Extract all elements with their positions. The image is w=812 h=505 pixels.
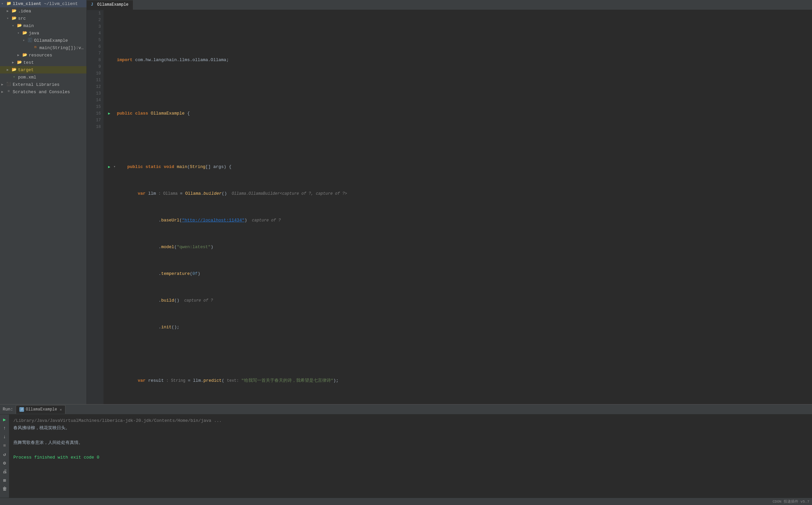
arrow-scratches: ▶ <box>1 90 5 94</box>
code-line-12: . init (); <box>106 324 812 331</box>
arrow-idea: ▶ <box>7 9 11 13</box>
run-stop-button[interactable]: ■ <box>1 442 8 449</box>
run-delete-button[interactable]: 🗑 <box>1 485 8 493</box>
run-toolbar: ▶ ↑ ↓ ■ ↺ ⚙ 🖨 ⊞ 🗑 <box>0 414 9 498</box>
tree-item-test[interactable]: ▶ 📂 test <box>0 59 86 66</box>
code-line-9: . model ( "qwen:latest" ) <box>106 244 812 250</box>
code-builder-7: builder <box>203 190 222 197</box>
arrow-OllamaExample: ▾ <box>23 38 27 42</box>
code-editor[interactable]: import com.hw.langchain.llms.ollama.Olla… <box>104 10 812 404</box>
status-text: CDON 投递插件 v5.7 <box>773 499 809 504</box>
line-num-11: 11 <box>87 77 101 83</box>
code-var-14: var <box>138 377 145 384</box>
icon-ext-libraries: ⬛ <box>6 82 11 87</box>
tree-item-main[interactable]: ▾ 📂 main <box>0 22 86 29</box>
code-predict: predict <box>203 377 222 384</box>
fold-gutter-6[interactable]: ▾ <box>112 164 117 170</box>
icon-folder-idea: 📂 <box>11 8 17 14</box>
run-rerun-button[interactable]: ↺ <box>1 451 8 458</box>
line-num-8: 8 <box>87 57 101 63</box>
code-import: import <box>117 57 133 63</box>
tree-item-main-method[interactable]: m main(String[]):void <box>0 44 86 51</box>
code-build-hint: capture of ? <box>179 297 213 304</box>
tree-item-target[interactable]: ▶ 📂 target <box>0 66 86 73</box>
icon-scratches: ≡ <box>6 89 11 95</box>
tree-item-java[interactable]: ▾ 📂 java <box>0 29 86 37</box>
icon-folder-resources: 📂 <box>22 52 27 58</box>
code-line-5 <box>106 137 812 144</box>
code-temperature: temperature <box>161 271 190 277</box>
arrow-java: ▾ <box>17 31 21 35</box>
run-output-path: /Library/Java/JavaVirtualMachines/liberi… <box>13 417 808 425</box>
code-line-2: import com.hw.langchain.llms.ollama.Olla… <box>106 57 812 63</box>
arrow-target: ▶ <box>7 68 11 72</box>
icon-folder-src: 📂 <box>11 16 17 21</box>
run-tab-OllamaExample[interactable]: J OllamaExample ✕ <box>16 405 65 414</box>
code-temp-val: 0f <box>192 271 198 277</box>
run-gutter-6[interactable]: ▶ <box>106 164 112 170</box>
tree-item-scratches[interactable]: ▶ ≡ Scratches and Consoles <box>0 88 86 96</box>
code-line-10: . temperature ( 0f ) <box>106 271 812 277</box>
code-text-param: text: <box>227 377 241 384</box>
code-sp-4a <box>133 110 135 117</box>
code-line-4: ▶ public class OllamaExample { <box>106 110 812 117</box>
code-public-6: public <box>127 164 143 170</box>
tree-item-pom[interactable]: ✦ pom.xml <box>0 73 86 81</box>
line-num-1: 1 <box>87 10 101 17</box>
line-num-6: 6 <box>87 43 101 50</box>
label-resources: resources <box>29 53 52 58</box>
arrow-main-method <box>28 46 32 50</box>
icon-xml: ✦ <box>11 74 17 80</box>
run-scroll-up-button[interactable]: ↑ <box>1 425 8 432</box>
line-num-18: 18 <box>87 124 101 130</box>
code-model-str: "qwen:latest" <box>177 244 210 250</box>
label-main-method: main(String[]):void <box>39 45 85 50</box>
code-line-7: var llm : Ollama = Ollama . builder () O… <box>106 190 812 197</box>
run-output-area: /Library/Java/JavaVirtualMachines/liberi… <box>9 414 812 498</box>
run-play-button[interactable]: ▶ <box>1 416 8 423</box>
run-settings-button[interactable]: ⚙ <box>1 459 8 467</box>
line-num-16: 16 <box>87 110 101 117</box>
editor-area: J OllamaExample 1 2 3 4 5 6 7 8 9 10 11 … <box>87 0 812 404</box>
code-predict-str: "给我写一首关于春天的诗，我希望是七言律诗" <box>241 377 334 384</box>
tab-java-icon: J <box>91 2 95 7</box>
icon-folder-java: 📂 <box>22 30 27 36</box>
line-num-5: 5 <box>87 37 101 43</box>
run-export-button[interactable]: ⊞ <box>1 477 8 484</box>
tree-item-src[interactable]: ▾ 📂 src <box>0 15 86 22</box>
run-scroll-down-button[interactable]: ↓ <box>1 433 8 441</box>
run-print-button[interactable]: 🖨 <box>1 468 8 475</box>
code-capture-hint-8: capture of ? <box>247 217 281 224</box>
line-num-12: 12 <box>87 83 101 90</box>
tab-label: OllamaExample <box>97 2 129 7</box>
arrow-test: ▶ <box>12 60 16 64</box>
arrow-pom <box>7 75 11 79</box>
run-tabs-bar: Run: J OllamaExample ✕ <box>0 404 812 414</box>
tree-item-OllamaExample[interactable]: ▾ 🇨 OllamaExample <box>0 37 86 44</box>
arrow-src: ▾ <box>7 16 11 20</box>
code-indent-6 <box>117 164 127 170</box>
line-num-4: 4 <box>87 30 101 37</box>
code-line-6: ▶ ▾ public static void main ( String [] … <box>106 164 812 170</box>
bottom-panel: Run: J OllamaExample ✕ ▶ ↑ ↓ ■ ↺ ⚙ 🖨 ⊞ 🗑… <box>0 404 812 498</box>
tree-item-resources[interactable]: ▶ 📂 resources <box>0 51 86 59</box>
code-type-hint-inline-7: Ollama.OllamaBuilder<capture of ?, captu… <box>227 190 347 197</box>
label-OllamaExample: OllamaExample <box>34 38 68 43</box>
editor-tab-OllamaExample[interactable]: J OllamaExample <box>87 0 133 10</box>
code-import-path: com.hw.langchain.llms.ollama.Ollama; <box>135 57 229 63</box>
line-num-14: 14 <box>87 97 101 104</box>
code-url-str[interactable]: "http://localhost:11434" <box>182 217 244 224</box>
code-line-3 <box>106 83 812 90</box>
tree-item-llvm_client[interactable]: ▾ 📁 llvm_client ~/llvm_client <box>0 0 86 7</box>
code-llm-7: llm <box>148 190 156 197</box>
code-line-13 <box>106 351 812 357</box>
code-var-7: var <box>138 190 145 197</box>
icon-project: 📁 <box>6 1 11 6</box>
tree-item-ext-libraries[interactable]: ▶ ⬛ External Libraries <box>0 81 86 88</box>
label-target: target <box>18 67 34 72</box>
tree-item-idea[interactable]: ▶ 📂 .idea <box>0 7 86 15</box>
arrow-llvm_client: ▾ <box>1 2 5 6</box>
run-tab-close-btn[interactable]: ✕ <box>60 407 62 412</box>
label-java: java <box>29 31 39 36</box>
icon-folder-test: 📂 <box>17 60 22 65</box>
